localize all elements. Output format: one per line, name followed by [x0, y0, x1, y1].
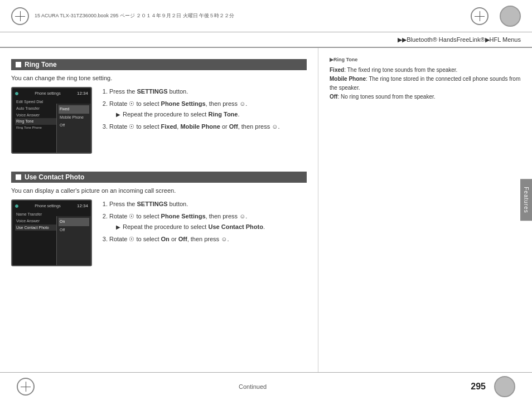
corner-circle-br: [494, 376, 515, 397]
ring-tone-steps: Press the SETTINGS button. Rotate ☉ to s…: [100, 87, 280, 154]
step-2-3: Rotate ☉ to select On or Off, then press…: [109, 235, 265, 245]
step-1-2: Rotate ☉ to select Phone Settings, then …: [109, 99, 280, 120]
sidebar-section-text: Fixed: The fixed ring tone sounds from t…: [330, 66, 521, 101]
step-1-3: Rotate ☉ to select Fixed, Mobile Phone o…: [109, 122, 280, 132]
phone-option-off: Off: [59, 121, 89, 130]
phone-dot-icon-2: [15, 204, 18, 208]
phone-dot-icon: [15, 92, 18, 95]
phone-status-bar-2: Phone settings 12:34: [15, 203, 88, 208]
phone-status-bar-1: Phone settings 12:34: [15, 91, 88, 96]
title-bar: ▶▶Bluetooth® HandsFreeLink®▶HFL Menus: [0, 32, 532, 48]
ring-tone-title: Ring Tone: [25, 61, 57, 69]
contact-photo-header: Use Contact Photo: [11, 172, 307, 183]
ring-tone-intro: You can change the ring tone setting.: [11, 75, 307, 81]
header-left: 15 ACURA TLX-31TZ36000.book 295 ページ ２０１４…: [11, 7, 234, 25]
step-1-2-sub-text: Repeat the procedure to select Ring Tone…: [123, 110, 240, 120]
file-info: 15 ACURA TLX-31TZ36000.book 295 ページ ２０１４…: [35, 13, 234, 19]
corner-circle-tl: [11, 7, 29, 25]
section-divider: [11, 165, 307, 172]
contact-photo-intro: You can display a caller's picture on an…: [11, 187, 307, 194]
header-right: [471, 6, 521, 27]
footer-continued: Continued: [35, 383, 471, 390]
crosshair-icon-bl: [21, 382, 31, 392]
page-title: ▶▶Bluetooth® HandsFreeLink®▶HFL Menus: [398, 36, 521, 43]
footer-left: [17, 378, 35, 396]
ring-tone-header: Ring Tone: [11, 59, 307, 70]
ring-tone-area: Phone settings 12:34 Edit Speed Dial Aut…: [11, 87, 307, 154]
step-2-2-sub: ▶ Repeat the procedure to select Use Con…: [109, 222, 265, 232]
section-square-icon: [16, 62, 21, 67]
crosshair-icon-tr: [475, 11, 485, 21]
phone-body-1: Edit Speed Dial Auto Transfer Voice Answ…: [15, 97, 88, 147]
features-tab: Features: [520, 179, 532, 221]
main-content: Ring Tone You can change the ring tone s…: [0, 48, 318, 372]
phone-option-fixed: Fixed: [59, 105, 89, 114]
phone-body-2: Name Transfer Voice Answer Use Contact P…: [15, 210, 88, 259]
step-1-1: Press the SETTINGS button.: [109, 87, 280, 97]
footer: Continued 295: [0, 372, 532, 400]
phone-menu-title-2: Phone settings: [35, 204, 60, 208]
page-number: 295: [471, 382, 486, 392]
corner-circle-bl: [17, 378, 35, 396]
footer-right: 295: [471, 376, 515, 397]
step-2-2-sub-text: Repeat the procedure to select Use Conta…: [123, 222, 265, 232]
contact-photo-steps: Press the SETTINGS button. Rotate ☉ to s…: [100, 199, 265, 266]
phone-selected-panel-2: On Off: [56, 216, 91, 265]
phone-screen-2: Phone settings 12:34 Name Transfer Voice…: [11, 199, 92, 266]
phone-option-on: On: [59, 218, 89, 226]
step-2-2: Rotate ☉ to select Phone Settings, then …: [109, 212, 265, 232]
step-1-2-sub: ▶ Repeat the procedure to select Ring To…: [109, 110, 280, 120]
phone-menu-title-1: Phone settings: [35, 91, 60, 95]
crosshair-icon: [15, 11, 25, 21]
contact-photo-title: Use Contact Photo: [25, 173, 84, 181]
corner-circle-tr: [471, 7, 489, 25]
arrow-icon-2: ▶: [116, 223, 120, 232]
arrow-icon: ▶: [116, 110, 120, 119]
phone-screen-1: Phone settings 12:34 Edit Speed Dial Aut…: [11, 87, 92, 154]
phone-selected-panel-1: Fixed Mobile Phone Off: [56, 104, 91, 153]
phone-option-mobile: Mobile Phone: [59, 114, 89, 122]
phone-option-off-2: Off: [59, 226, 89, 235]
step-2-1: Press the SETTINGS button.: [109, 199, 265, 209]
sidebar: ▶Ring Tone Fixed: The fixed ring tone so…: [318, 48, 532, 372]
phone-time-1: 12:34: [77, 91, 88, 96]
phone-time-2: 12:34: [77, 203, 88, 208]
sidebar-section-title: ▶Ring Tone: [330, 57, 521, 62]
corner-circle-tr2: [500, 6, 521, 27]
header: 15 ACURA TLX-31TZ36000.book 295 ページ ２０１４…: [0, 0, 532, 32]
contact-photo-area: Phone settings 12:34 Name Transfer Voice…: [11, 199, 307, 266]
section-square-icon-2: [16, 174, 21, 180]
